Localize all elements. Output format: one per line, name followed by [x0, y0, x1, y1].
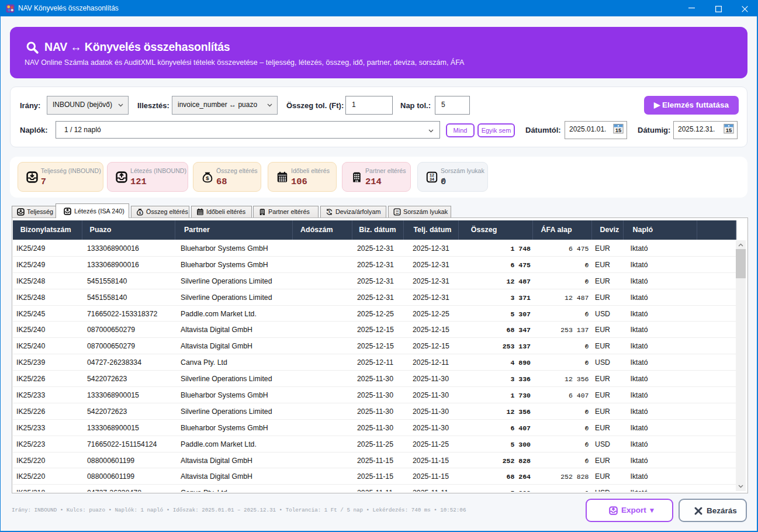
svg-text:$: $	[206, 175, 209, 181]
svg-text:34: 34	[430, 178, 434, 182]
svg-text:34: 34	[396, 212, 399, 215]
svg-text:$: $	[139, 210, 141, 215]
svg-text:15: 15	[615, 127, 622, 133]
svg-text:15: 15	[726, 127, 732, 133]
svg-text:$: $	[328, 210, 330, 213]
